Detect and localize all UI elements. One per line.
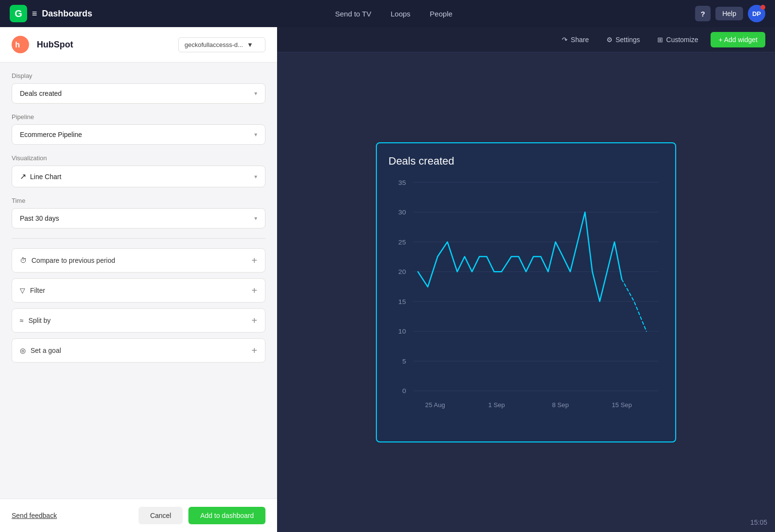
display-label: Display: [12, 72, 265, 79]
share-button[interactable]: ↷ Share: [557, 33, 593, 46]
time-select[interactable]: Past 30 days ▾: [12, 208, 265, 228]
chart-title: Deals created: [388, 155, 664, 167]
settings-icon: ⚙: [606, 36, 613, 44]
compare-period-label: Compare to previous period: [31, 257, 115, 264]
svg-text:1 Sep: 1 Sep: [488, 401, 505, 408]
form-divider: [12, 238, 265, 239]
account-selector[interactable]: geckofullaccesss-d... ▼: [178, 37, 265, 52]
time-chevron-icon: ▾: [254, 215, 257, 222]
compare-period-left: ⏱ Compare to previous period: [20, 257, 115, 264]
time-label: Time: [12, 197, 265, 204]
timestamp: 15:05: [750, 518, 767, 526]
pipeline-select[interactable]: Ecommerce Pipeline ▾: [12, 124, 265, 145]
visualization-chevron-icon: ▾: [254, 173, 257, 180]
loops-link[interactable]: Loops: [390, 10, 410, 18]
svg-text:25: 25: [398, 238, 406, 245]
filter-label: Filter: [30, 287, 45, 294]
left-panel: h HubSpot geckofullaccesss-d... ▼ Displa…: [0, 27, 277, 532]
user-avatar-button[interactable]: DP: [748, 5, 765, 22]
nav-actions: ? Help DP: [695, 5, 765, 22]
nav-brand: G ≡ Dashboards: [10, 5, 93, 22]
customize-icon: ⊞: [657, 36, 663, 44]
display-group: Display Deals created ▾: [12, 72, 265, 104]
pipeline-group: Pipeline Ecommerce Pipeline ▾: [12, 113, 265, 145]
integration-header: h HubSpot geckofullaccesss-d... ▼: [0, 27, 277, 62]
svg-text:30: 30: [398, 208, 406, 216]
filter-left: ▽ Filter: [20, 287, 45, 294]
visualization-label: Visualization: [12, 154, 265, 162]
right-panel: ↷ Share ⚙ Settings ⊞ Customize + Add wid…: [277, 27, 775, 532]
visualization-value: Line Chart: [30, 173, 62, 181]
people-link[interactable]: People: [430, 10, 452, 18]
filter-item[interactable]: ▽ Filter +: [12, 278, 265, 303]
cancel-button[interactable]: Cancel: [139, 507, 183, 524]
question-button[interactable]: ?: [695, 6, 711, 21]
pipeline-value: Ecommerce Pipeline: [20, 131, 82, 138]
split-by-item[interactable]: ≈ Split by +: [12, 308, 265, 333]
split-by-expand-icon: +: [251, 316, 257, 325]
split-by-left: ≈ Split by: [20, 317, 51, 324]
svg-text:15: 15: [398, 297, 406, 305]
display-select[interactable]: Deals created ▾: [12, 83, 265, 104]
nav-links: Send to TV Loops People: [93, 10, 696, 18]
visualization-select[interactable]: ↗ Line Chart ▾: [12, 166, 265, 187]
svg-text:0: 0: [402, 387, 406, 395]
svg-text:h: h: [15, 40, 20, 49]
dashboard-toolbar: ↷ Share ⚙ Settings ⊞ Customize + Add wid…: [277, 27, 775, 52]
app-title: Dashboards: [42, 9, 93, 19]
chart-svg: 35 30 25 20 15 10 5 0: [388, 175, 664, 421]
settings-button[interactable]: ⚙ Settings: [602, 33, 645, 46]
hubspot-icon: h: [12, 36, 29, 53]
svg-text:25 Aug: 25 Aug: [425, 401, 445, 408]
notification-dot: [760, 5, 765, 10]
integration-name: HubSpot: [37, 40, 170, 50]
svg-text:35: 35: [398, 178, 406, 186]
set-goal-icon: ◎: [20, 347, 26, 354]
split-by-icon: ≈: [20, 317, 24, 324]
main-layout: h HubSpot geckofullaccesss-d... ▼ Displa…: [0, 27, 775, 532]
set-goal-item[interactable]: ◎ Set a goal +: [12, 338, 265, 363]
chart-widget: Deals created 35 30 25 20 15 10 5: [376, 142, 676, 442]
svg-point-0: [12, 36, 29, 53]
account-name: geckofullaccesss-d...: [185, 41, 243, 48]
help-button[interactable]: Help: [715, 7, 743, 20]
chart-line-dashed: [622, 279, 647, 331]
form-area: Display Deals created ▾ Pipeline Ecommer…: [0, 62, 277, 499]
logo-icon: G: [10, 5, 27, 22]
time-group: Time Past 30 days ▾: [12, 197, 265, 228]
add-to-dashboard-button[interactable]: Add to dashboard: [188, 507, 265, 524]
set-goal-left: ◎ Set a goal: [20, 347, 61, 354]
pipeline-chevron-icon: ▾: [254, 131, 257, 138]
hamburger-icon[interactable]: ≡: [32, 9, 37, 19]
chart-container: Deals created 35 30 25 20 15 10 5: [277, 52, 775, 532]
add-widget-button[interactable]: + Add widget: [711, 32, 765, 47]
svg-text:8 Sep: 8 Sep: [552, 401, 569, 408]
customize-button[interactable]: ⊞ Customize: [652, 33, 703, 46]
filter-expand-icon: +: [251, 286, 257, 295]
send-feedback-link[interactable]: Send feedback: [12, 512, 57, 519]
display-value: Deals created: [20, 90, 62, 97]
bottom-actions: Send feedback Cancel Add to dashboard: [0, 499, 277, 532]
top-navigation: G ≡ Dashboards Send to TV Loops People ?…: [0, 0, 775, 27]
filter-icon: ▽: [20, 287, 25, 294]
svg-text:15 Sep: 15 Sep: [612, 401, 632, 408]
svg-text:10: 10: [398, 327, 406, 335]
split-by-label: Split by: [29, 317, 51, 324]
visualization-inner: ↗ Line Chart: [20, 172, 62, 181]
pipeline-label: Pipeline: [12, 113, 265, 121]
visualization-chart-icon: ↗: [20, 172, 26, 181]
display-chevron-icon: ▾: [254, 90, 257, 97]
compare-period-icon: ⏱: [20, 257, 27, 264]
compare-period-expand-icon: +: [251, 256, 257, 265]
visualization-group: Visualization ↗ Line Chart ▾: [12, 154, 265, 187]
set-goal-expand-icon: +: [251, 346, 257, 355]
svg-text:20: 20: [398, 268, 406, 275]
send-to-tv-link[interactable]: Send to TV: [335, 10, 372, 18]
set-goal-label: Set a goal: [31, 347, 61, 354]
share-icon: ↷: [562, 36, 568, 44]
chart-line: [418, 212, 622, 302]
account-chevron-icon: ▼: [247, 41, 253, 48]
time-value: Past 30 days: [20, 214, 59, 222]
svg-text:5: 5: [402, 357, 406, 365]
compare-period-item[interactable]: ⏱ Compare to previous period +: [12, 248, 265, 273]
